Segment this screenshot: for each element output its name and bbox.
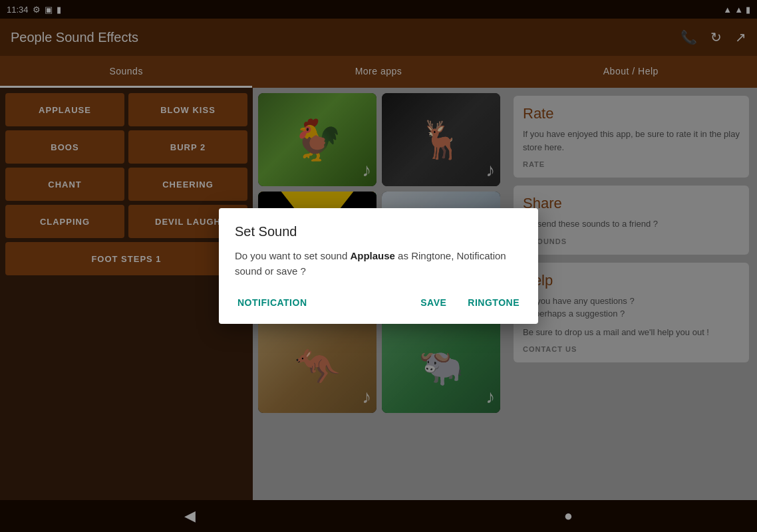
save-button[interactable]: SAVE	[418, 292, 449, 313]
dialog-title: Set Sound	[235, 224, 522, 239]
notification-button[interactable]: NOTIFICATION	[235, 292, 310, 313]
set-sound-dialog: Set Sound Do you want to set sound Appla…	[219, 208, 538, 324]
ringtone-button[interactable]: RINGTONE	[465, 292, 522, 313]
dialog-sound-name: Applause	[350, 250, 395, 261]
dialog-body-text1: Do you want to set sound	[235, 250, 350, 261]
dialog-actions-right: SAVE RINGTONE	[418, 292, 522, 313]
dialog-body: Do you want to set sound Applause as Rin…	[235, 249, 522, 279]
dialog-overlay: Set Sound Do you want to set sound Appla…	[0, 0, 757, 532]
dialog-actions: NOTIFICATION SAVE RINGTONE	[235, 292, 522, 313]
